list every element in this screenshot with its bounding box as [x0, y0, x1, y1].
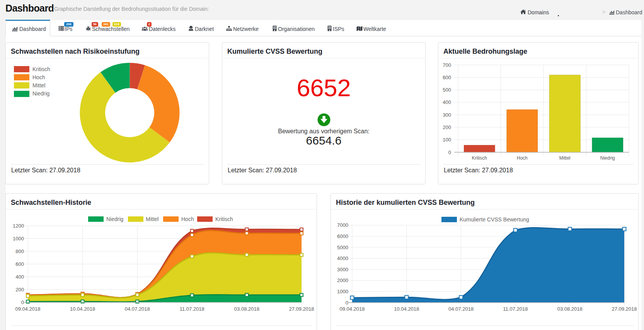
svg-text:1000: 1000: [337, 289, 348, 294]
svg-text:03.08.2018: 03.08.2018: [557, 306, 583, 312]
svg-text:0: 0: [346, 300, 348, 306]
svg-text:800: 800: [15, 248, 24, 254]
svg-text:09.04.2018: 09.04.2018: [15, 306, 40, 312]
svg-text:100: 100: [443, 137, 451, 143]
svg-text:200: 200: [15, 287, 24, 293]
svg-text:700: 700: [443, 62, 451, 68]
svg-text:6000: 6000: [337, 233, 348, 239]
svg-text:11.07.2018: 11.07.2018: [503, 306, 528, 312]
svg-text:09.04.2018: 09.04.2018: [339, 306, 365, 312]
svg-text:5000: 5000: [337, 245, 348, 250]
svg-text:1000: 1000: [13, 236, 24, 242]
svg-text:500: 500: [443, 87, 451, 93]
svg-text:600: 600: [443, 75, 451, 80]
svg-text:Kritisch: Kritisch: [472, 155, 487, 161]
svg-text:10.04.2018: 10.04.2018: [394, 306, 419, 312]
svg-text:10.04.2018: 10.04.2018: [70, 306, 95, 312]
svg-text:Hoch: Hoch: [517, 155, 528, 161]
svg-text:0: 0: [448, 150, 451, 155]
svg-text:400: 400: [15, 274, 24, 280]
svg-text:0: 0: [21, 299, 24, 305]
svg-text:200: 200: [443, 124, 451, 130]
svg-text:Niedrig: Niedrig: [600, 155, 615, 161]
svg-text:03.08.2018: 03.08.2018: [234, 306, 259, 312]
svg-text:4000: 4000: [337, 255, 348, 261]
svg-text:600: 600: [15, 261, 24, 267]
svg-text:2000: 2000: [337, 277, 348, 283]
svg-text:1200: 1200: [13, 223, 24, 229]
svg-text:Mittel: Mittel: [559, 155, 571, 161]
svg-text:7000: 7000: [337, 222, 348, 228]
svg-text:27.09.2018: 27.09.2018: [289, 306, 314, 312]
svg-text:04.07.2018: 04.07.2018: [125, 306, 150, 312]
svg-text:300: 300: [443, 112, 451, 118]
svg-text:11.07.2018: 11.07.2018: [180, 306, 204, 312]
svg-text:3000: 3000: [337, 267, 348, 272]
svg-text:27.09.2018: 27.09.2018: [612, 306, 637, 312]
svg-text:400: 400: [443, 99, 451, 105]
svg-text:04.07.2018: 04.07.2018: [448, 306, 474, 312]
